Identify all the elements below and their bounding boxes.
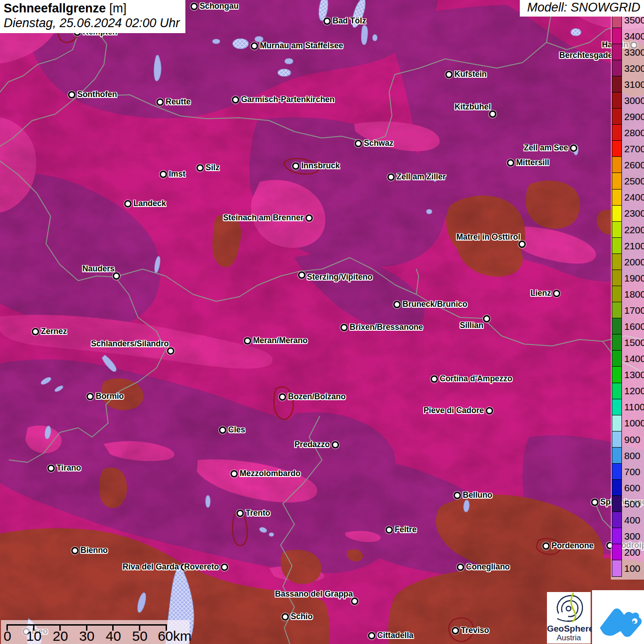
legend-color-segment	[612, 124, 622, 141]
legend-color-segment	[612, 44, 622, 60]
legend-color-segment	[612, 318, 622, 334]
legend-value: 1700	[624, 302, 644, 318]
legend-value: 1100	[624, 399, 644, 415]
scale-label: 0	[4, 628, 12, 644]
legend-color-segment	[612, 108, 622, 125]
legend-value: 600	[624, 480, 644, 496]
legend-value-labels: 3500340033003200310030002900280027002600…	[624, 12, 644, 577]
legend-value: 1400	[624, 351, 644, 367]
legend-color-segment	[612, 92, 622, 109]
legend-color-segment	[612, 270, 622, 286]
snowfall-limit-map-page: SchongauBad TölzKemptenMurnau am Staffel…	[0, 0, 644, 644]
partner-logo-box	[592, 590, 644, 644]
legend-color-segment	[612, 399, 622, 415]
legend-color-segment	[612, 463, 622, 480]
legend-color-segment	[612, 544, 622, 560]
legend-color-segment	[612, 560, 622, 576]
legend-value: 1000	[624, 415, 644, 431]
legend-value: 2600	[624, 157, 644, 173]
legend-color-segment	[612, 28, 622, 44]
legend-color-segment	[612, 156, 622, 173]
title-unit: [m]	[109, 1, 127, 15]
legend-color-segment	[612, 172, 622, 189]
scale-label: 40	[106, 628, 121, 644]
scale-label: 30	[79, 628, 94, 644]
legend-value: 2500	[624, 173, 644, 190]
geosphere-logo-box: GeoSphere Austria	[547, 592, 591, 644]
legend-value: 900	[624, 431, 644, 448]
legend-value: 2700	[624, 141, 644, 157]
legend-value: 1500	[624, 335, 644, 351]
legend-value: 2900	[624, 109, 644, 125]
map-title-box: Schneefallgrenze [m] Dienstag, 25.06.202…	[0, 0, 185, 33]
legend-color-segment	[612, 302, 622, 318]
scale-label: 60km	[158, 628, 191, 644]
legend-color-segment	[612, 479, 622, 496]
legend-color-segment	[612, 76, 622, 92]
legend-color-segment	[612, 431, 622, 448]
legend-color-segment	[612, 495, 622, 512]
page-title: Schneefallgrenze [m]	[4, 1, 180, 16]
geosphere-logo-icon	[547, 592, 591, 623]
legend-value: 3300	[624, 44, 644, 60]
legend-value: 2300	[624, 206, 644, 222]
scale-label: 50	[132, 628, 147, 644]
legend-color-segment	[612, 383, 622, 399]
legend-color-segment	[612, 140, 622, 157]
legend-color-segment	[612, 189, 622, 206]
legend-color-segment	[612, 205, 622, 222]
title-datetime: Dienstag, 25.06.2024 02:00 Uhr	[4, 16, 180, 30]
elevation-legend: 3500340033003200310030002900280027002600…	[611, 10, 644, 580]
legend-color-segment	[612, 528, 622, 544]
scale-label: 10	[26, 628, 41, 644]
legend-color-segment	[612, 253, 622, 270]
legend-value: 1600	[624, 318, 644, 334]
legend-value: 500	[624, 496, 644, 512]
map-scale-bar: 0102030405060km	[1, 620, 190, 644]
legend-value: 2400	[624, 190, 644, 206]
legend-color-segment	[612, 237, 622, 254]
legend-color-segment	[612, 415, 622, 431]
legend-color-segment	[612, 60, 622, 76]
legend-value: 2100	[624, 238, 644, 254]
legend-color-segment	[612, 447, 622, 464]
legend-colorbar	[612, 12, 622, 577]
legend-value: 2000	[624, 254, 644, 270]
legend-value: 1800	[624, 286, 644, 302]
legend-value: 400	[624, 512, 644, 528]
weather-map-canvas	[0, 0, 644, 644]
hillshade-noise	[0, 0, 644, 644]
legend-color-segment	[612, 512, 622, 528]
legend-value: 1900	[624, 270, 644, 286]
geosphere-logo-subtext: Austria	[547, 633, 591, 642]
legend-value: 3400	[624, 28, 644, 44]
legend-value: 100	[624, 561, 644, 577]
scale-label: 20	[53, 628, 68, 644]
legend-color-segment	[612, 286, 622, 302]
legend-color-segment	[612, 366, 622, 383]
legend-color-segment	[612, 350, 622, 367]
legend-value: 2800	[624, 125, 644, 141]
legend-value: 700	[624, 464, 644, 480]
legend-value: 200	[624, 545, 644, 561]
legend-value: 1200	[624, 383, 644, 399]
legend-value: 1300	[624, 367, 644, 383]
legend-value: 800	[624, 448, 644, 464]
legend-value: 2200	[624, 222, 644, 238]
legend-value: 3000	[624, 92, 644, 109]
title-text: Schneefallgrenze	[4, 1, 106, 15]
model-label: Modell: SNOWGRID	[520, 0, 644, 17]
legend-value: 300	[624, 529, 644, 545]
legend-value: 3100	[624, 76, 644, 92]
mountain-logo-icon	[592, 590, 644, 644]
legend-color-segment	[612, 334, 622, 351]
geosphere-logo-text: GeoSphere	[547, 624, 591, 633]
legend-color-segment	[612, 221, 622, 238]
legend-value: 3200	[624, 60, 644, 76]
